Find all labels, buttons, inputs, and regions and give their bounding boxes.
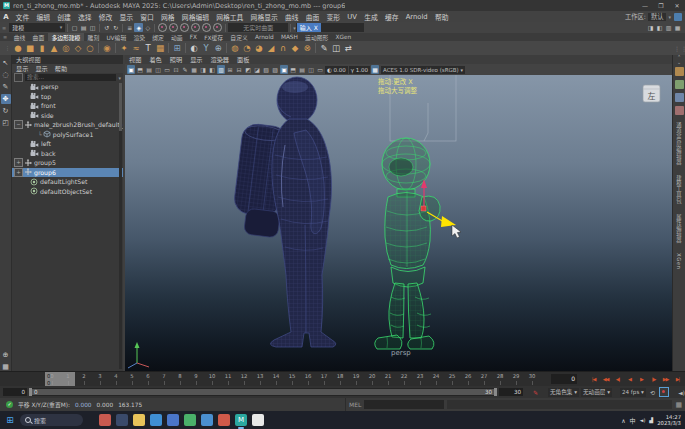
go-to-end-button[interactable]: ▶| xyxy=(672,374,683,385)
merge-icon[interactable]: ⊗ xyxy=(301,42,313,54)
outliner-item-defaultLightSet[interactable]: defaultLightSet xyxy=(12,177,123,187)
auto-key-toggle[interactable] xyxy=(659,387,669,397)
menu-编辑[interactable]: 编辑 xyxy=(33,12,54,22)
fps-dropdown[interactable]: 24 fps ▾ xyxy=(620,388,646,397)
joint-icon[interactable]: Y xyxy=(200,42,212,54)
taskbar-app-browser[interactable] xyxy=(167,414,179,426)
toggle-modeling-toolkit-icon[interactable]: ▦ xyxy=(673,23,682,32)
xray-icon[interactable]: ▭ xyxy=(316,65,324,74)
outliner-item-persp[interactable]: persp xyxy=(12,82,123,92)
current-time-field[interactable]: 0 xyxy=(551,374,577,384)
numeric-input-field[interactable]: 输入 X xyxy=(296,23,364,32)
outliner-item-defaultObjectSet[interactable]: defaultObjectSet xyxy=(12,187,123,197)
frame-all-icon[interactable]: ◪ xyxy=(253,65,261,74)
step-forward-key-button[interactable]: |▶ xyxy=(648,374,659,385)
taskbar-app-red[interactable] xyxy=(218,414,230,426)
collapse-handle-icon[interactable]: ≡ xyxy=(2,25,6,31)
make-live-icon[interactable] xyxy=(213,23,222,32)
menu-set-dropdown[interactable]: 建模▾ xyxy=(9,23,65,32)
redo-icon[interactable]: ↻ xyxy=(111,23,120,32)
rotate-tool[interactable]: ↻ xyxy=(1,106,11,116)
sidebar-tab-XGen[interactable]: XGen xyxy=(676,253,682,269)
step-back-key-button[interactable]: ◀| xyxy=(612,374,623,385)
shelf-handle-icon[interactable]: ⋮ xyxy=(5,45,10,51)
poly-sphere-icon[interactable]: ● xyxy=(12,42,24,54)
platonic-solid-icon[interactable]: ✦ xyxy=(118,42,130,54)
workspace-value[interactable]: 默认 xyxy=(648,13,667,21)
range-bar[interactable]: 0 30 xyxy=(29,388,497,396)
boolean-icon[interactable]: ⊞ xyxy=(171,42,183,54)
mute-icon[interactable]: ◄) xyxy=(677,388,685,397)
poly-cylinder-icon[interactable]: ▮ xyxy=(36,42,48,54)
menu-网格显示[interactable]: 网格显示 xyxy=(247,12,281,22)
mel-input[interactable] xyxy=(364,400,444,409)
go-to-start-button[interactable]: |◀ xyxy=(588,374,599,385)
viewport-menu-渲染器[interactable]: 渲染器 xyxy=(207,55,234,64)
toggle-channel-box-icon[interactable]: ▥ xyxy=(664,23,673,32)
poly-torus-icon[interactable]: ◎ xyxy=(60,42,72,54)
multi-cut-icon[interactable]: ⇄ xyxy=(342,42,354,54)
viewport-menu-视图[interactable]: 视图 xyxy=(125,55,145,64)
menu-显示[interactable]: 显示 xyxy=(116,12,137,22)
ime-indicator[interactable]: 中 xyxy=(630,416,636,425)
field-chart-icon[interactable]: ⊞ xyxy=(226,65,234,74)
play-backwards-button[interactable]: ◀ xyxy=(624,374,635,385)
maximize-button[interactable]: ❐ xyxy=(653,0,669,11)
taskbar-app-docs[interactable] xyxy=(201,414,213,426)
combine-icon[interactable]: ◍ xyxy=(229,42,241,54)
expander-icon[interactable]: + xyxy=(14,168,23,177)
lighting-icon[interactable]: ◐ xyxy=(188,42,200,54)
poly-cone-icon[interactable]: ▲ xyxy=(48,42,60,54)
outliner-menu-显示[interactable]: 显示 xyxy=(16,64,28,73)
sidebar-tab-通道盒/层编辑器[interactable]: 通道盒/层编辑器 xyxy=(675,122,683,165)
toggle-attribute-editor-icon[interactable]: ◨ xyxy=(646,23,655,32)
extrude-icon[interactable]: ◢ xyxy=(265,42,277,54)
minimize-button[interactable]: — xyxy=(637,0,653,11)
taskbar-app-explorer[interactable] xyxy=(133,414,145,426)
menu-UV[interactable]: UV xyxy=(344,13,361,21)
anti-alias-icon[interactable]: ⬒ xyxy=(289,65,297,74)
poly-cube-icon[interactable]: ■ xyxy=(24,42,36,54)
loop-mode-icon[interactable]: ⟲ xyxy=(648,388,657,397)
anim-layer-dropdown[interactable]: 无动画层 ▾ xyxy=(581,388,612,397)
speaker-icon[interactable]: ◄) xyxy=(640,417,646,423)
set-key-icon[interactable]: ✎ xyxy=(531,388,540,397)
ep-curve-icon[interactable]: ≈ xyxy=(130,42,142,54)
undo-icon[interactable]: ↺ xyxy=(102,23,111,32)
menu-帮助[interactable]: 帮助 xyxy=(431,12,452,22)
colorspace-dropdown[interactable]: ACES 1.0 SDR-video (sRGB) ▾ xyxy=(381,66,465,74)
menu-选择[interactable]: 选择 xyxy=(74,12,95,22)
search-input[interactable]: 搜索... xyxy=(25,74,116,81)
workspace-selector[interactable]: 工作区: 默认 ▾ xyxy=(625,12,685,21)
time-slider[interactable]: 0123456789101112131415161718192021222324… xyxy=(0,371,685,386)
exposure-field[interactable]: ◐ 0.00 xyxy=(325,66,348,74)
tray-expand-icon[interactable]: ∧ xyxy=(621,417,625,424)
select-hierarchy-icon[interactable]: ≡ xyxy=(125,23,134,32)
outliner-menu-帮助[interactable]: 帮助 xyxy=(55,64,67,73)
step-back-frame-button[interactable]: ◀◀ xyxy=(600,374,611,385)
snap-projected-center-icon[interactable] xyxy=(191,23,200,32)
sidebar-thumb-1[interactable] xyxy=(675,80,684,89)
menu-变形[interactable]: 变形 xyxy=(323,12,344,22)
shelf-scroll-icon[interactable]: ⋮⋮ xyxy=(674,45,685,52)
viewport-menu-显示[interactable]: 显示 xyxy=(186,55,206,64)
film-gate-icon[interactable]: ◨ xyxy=(199,65,207,74)
shelf-tab-FX[interactable]: FX xyxy=(186,34,201,40)
scale-tool[interactable]: ◰ xyxy=(1,118,11,128)
taskbar-search[interactable]: 搜索 xyxy=(20,414,83,426)
safe-title-icon[interactable]: ◩ xyxy=(244,65,252,74)
lock-camera-icon[interactable]: ⬒ xyxy=(136,65,144,74)
workspace-icon[interactable] xyxy=(674,13,682,21)
sidebar-tab-属性编辑器[interactable]: 属性编辑器 xyxy=(675,214,683,243)
outliner-item-left[interactable]: left xyxy=(12,139,123,149)
poly-plane-icon[interactable]: ◇ xyxy=(72,42,84,54)
2d-pan-zoom-icon[interactable]: ⊡ xyxy=(172,65,180,74)
svg-tool-icon[interactable]: ▦ xyxy=(154,42,166,54)
snap-point-icon[interactable] xyxy=(180,23,189,32)
grid-icon[interactable]: ▦ xyxy=(190,65,198,74)
mirror-icon[interactable]: ◫ xyxy=(330,42,342,54)
sidebar-thumb-2[interactable] xyxy=(675,93,684,102)
shelf-menu-icon[interactable]: ≡ xyxy=(0,34,10,40)
menu-网格工具[interactable]: 网格工具 xyxy=(213,12,247,22)
menu-缓存[interactable]: 缓存 xyxy=(381,12,402,22)
